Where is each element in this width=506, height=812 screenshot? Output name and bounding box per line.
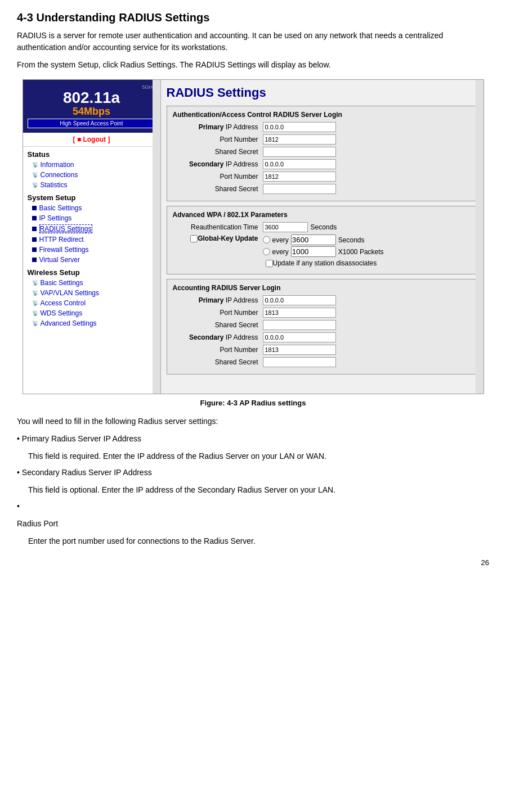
firewall-link[interactable]: Firewall Settings (39, 246, 89, 254)
main-content: RADIUS Settings Authentication/Access Co… (161, 80, 483, 394)
bullet3-body: Enter the port number used for connectio… (17, 535, 489, 547)
primary-port-input[interactable] (263, 134, 336, 145)
bullet1-body: This field is required. Enter the IP add… (17, 450, 489, 462)
antenna-icon-adv: 📡 (32, 321, 38, 326)
secondary-ip-label: Secondary IP Address (173, 160, 263, 168)
auth-section-label: Authentication/Access Control RADIUS Ser… (173, 111, 472, 119)
sidebar-item-connections[interactable]: 📡 Connections (23, 170, 160, 180)
sidebar-item-information[interactable]: 📡 Information (23, 160, 160, 170)
sidebar-item-advanced[interactable]: 📡 Advanced Settings (23, 318, 160, 328)
global-key-text: Global-Key Update (198, 234, 258, 242)
content-section: You will need to fill in the following R… (17, 416, 489, 547)
acc-primary-secret-input[interactable] (263, 320, 336, 330)
reauth-input[interactable] (263, 222, 308, 232)
sidebar-item-basic-settings[interactable]: Basic Settings (23, 203, 160, 213)
acc-primary-port-row: Port Number (173, 308, 472, 318)
bullet2-title: • Secondary Radius Server IP Address (17, 467, 489, 479)
every1-input[interactable] (291, 234, 336, 245)
sidebar-item-radius-settings[interactable]: RADIUS Settings (23, 223, 160, 234)
statistics-link[interactable]: Statistics (41, 181, 68, 189)
acc-secondary-port-input[interactable] (263, 345, 336, 355)
acc-primary-port-label: Port Number (173, 309, 263, 317)
square-icon-firewall (32, 247, 37, 252)
connections-link[interactable]: Connections (41, 171, 78, 179)
secondary-port-label: Port Number (173, 173, 263, 181)
every2-input[interactable] (291, 246, 336, 257)
bullet3-section: • Radius Port Enter the port number used… (17, 500, 489, 547)
global-key-row: Global-Key Update every Seconds (173, 234, 472, 257)
advanced-link[interactable]: Advanced Settings (41, 319, 97, 327)
http-redirect-link[interactable]: HTTP Redirect (39, 236, 84, 243)
acc-secondary-ip-label: Secondary IP Address (173, 333, 263, 341)
radius-settings-link[interactable]: RADIUS Settings (39, 224, 92, 233)
access-control-link[interactable]: Access Control (41, 299, 86, 307)
antenna-icon-conn: 📡 (32, 172, 38, 178)
primary-secret-input[interactable] (263, 147, 336, 157)
square-icon-basic (32, 206, 37, 210)
virtual-server-link[interactable]: Virtual Server (39, 256, 80, 264)
acc-secondary-ip-input[interactable] (263, 332, 336, 342)
system-section-title: System Setup (23, 190, 160, 203)
secondary-secret-input[interactable] (263, 184, 336, 194)
sidebar-item-ip-settings[interactable]: IP Settings (23, 213, 160, 223)
disassoc-row: Update if any station disassociates (173, 259, 472, 267)
disassoc-checkbox[interactable] (266, 260, 273, 267)
every-packets-radio[interactable] (263, 248, 270, 255)
wds-link[interactable]: WDS Settings (41, 309, 83, 317)
square-icon-virtual (32, 258, 37, 262)
advanced-section-label: Advanced WPA / 802.1X Parameters (173, 211, 472, 219)
acc-secondary-ip-row: Secondary IP Address (173, 332, 472, 342)
radius-title: RADIUS Settings (167, 85, 478, 100)
primary-ip-row: Primary IP Address (173, 122, 472, 132)
acc-secondary-secret-input[interactable] (263, 357, 336, 367)
secondary-ip-input[interactable] (263, 159, 336, 169)
sidebar-item-vap-vlan[interactable]: 📡 VAP/VLAN Settings (23, 288, 160, 298)
secondary-secret-label: Shared Secret (173, 185, 263, 193)
vap-vlan-link[interactable]: VAP/VLAN Settings (41, 289, 100, 297)
secondary-secret-row: Shared Secret (173, 184, 472, 194)
secondary-port-input[interactable] (263, 172, 336, 182)
basic-settings-link[interactable]: Basic Settings (39, 204, 82, 212)
primary-ip-input[interactable] (263, 122, 336, 132)
sidebar-item-wds[interactable]: 📡 WDS Settings (23, 308, 160, 318)
intro-paragraph-2: From the system Setup, click Radius Sett… (17, 59, 489, 71)
sidebar-item-firewall[interactable]: Firewall Settings (23, 245, 160, 255)
logout-label[interactable]: [ ■ Logout ] (73, 136, 110, 143)
sidebar-scrollbar[interactable] (153, 80, 160, 394)
model-label: 802.11a (28, 90, 156, 106)
ip-settings-link[interactable]: IP Settings (39, 214, 72, 222)
need-to-fill: You will need to fill in the following R… (17, 416, 489, 427)
global-key-option-packets: every X1000 Packets (263, 246, 384, 257)
sidebar-item-statistics[interactable]: 📡 Statistics (23, 180, 160, 190)
sidebar-item-virtual-server[interactable]: Virtual Server (23, 255, 160, 265)
bullet3-subtitle: Radius Port (17, 518, 489, 530)
primary-ip-label: Primary IP Address (173, 123, 263, 131)
every2-unit: X1000 Packets (338, 248, 384, 256)
sidebar-item-wireless-basic[interactable]: 📡 Basic Settings (23, 278, 160, 288)
bullet2-section: • Secondary Radius Server IP Address Thi… (17, 467, 489, 496)
acc-primary-ip-input[interactable] (263, 295, 336, 305)
acc-primary-port-input[interactable] (263, 308, 336, 318)
wireless-basic-link[interactable]: Basic Settings (41, 279, 83, 287)
desc-label: High Speed Access Point (28, 119, 156, 128)
information-link[interactable]: Information (41, 161, 74, 169)
primary-port-label: Port Number (173, 136, 263, 143)
square-icon-ip (32, 216, 37, 220)
sidebar-item-access-control[interactable]: 📡 Access Control (23, 298, 160, 308)
bullet1-section: • Primary Radius Server IP Address This … (17, 433, 489, 462)
auth-section: Authentication/Access Control RADIUS Ser… (167, 106, 478, 201)
sidebar-logo: 5GHZ 802.11a 54Mbps High Speed Access Po… (23, 80, 160, 133)
primary-port-row: Port Number (173, 134, 472, 145)
main-scrollbar[interactable] (476, 80, 483, 394)
every1-label: every (272, 236, 289, 244)
logout-bar[interactable]: [ ■ Logout ] (23, 133, 160, 147)
page-heading: 4-3 Understanding RADIUS Settings (17, 11, 489, 24)
sidebar-item-http-redirect[interactable]: HTTP Redirect (23, 234, 160, 245)
acc-primary-ip-label: Primary IP Address (173, 296, 263, 304)
primary-secret-label: Shared Secret (173, 148, 263, 156)
status-section-title: Status (23, 147, 160, 160)
antenna-icon-stats: 📡 (32, 182, 38, 188)
every-seconds-radio[interactable] (263, 236, 270, 243)
accounting-section: Accounting RADIUS Server Login Primary I… (167, 279, 478, 375)
global-key-checkbox[interactable] (190, 235, 198, 242)
